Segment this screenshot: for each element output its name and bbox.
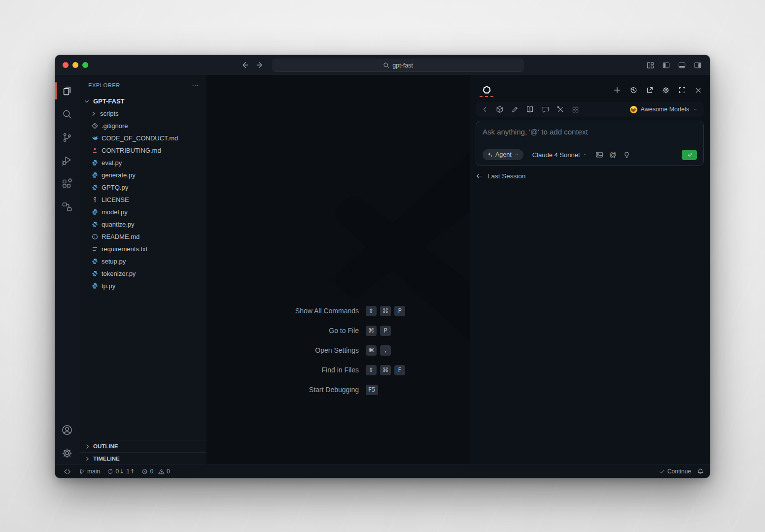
tree-item-license[interactable]: LICENSE: [79, 194, 207, 206]
branch-icon: [79, 468, 85, 475]
tree-item-requirements[interactable]: requirements.txt: [79, 243, 207, 255]
key-cmd: ⌘: [366, 345, 377, 356]
tree-item-code-of-conduct[interactable]: CODE_OF_CONDUCT.md: [79, 132, 207, 144]
command-center-search[interactable]: gpt-fast: [273, 59, 523, 72]
back-chevron-icon[interactable]: [482, 106, 488, 113]
tree-item-scripts[interactable]: scripts: [79, 107, 207, 120]
key-p: P: [380, 326, 391, 336]
tree-root-folder[interactable]: GPT-FAST: [79, 95, 207, 107]
tree-item-gitignore[interactable]: .gitignore: [79, 120, 207, 132]
sidebar-item-run-debug[interactable]: [55, 149, 79, 172]
conduct-icon: [91, 135, 99, 141]
key-f5: F5: [366, 385, 378, 395]
chevron-right-icon: [90, 110, 97, 117]
image-attach-icon[interactable]: [595, 151, 603, 159]
explorer-icon: [62, 86, 72, 97]
close-icon[interactable]: [695, 87, 702, 94]
editor-area: Show All Commands ⇧⌘P Go to File ⌘P Open…: [207, 75, 470, 465]
zoom-window-button[interactable]: [82, 62, 88, 68]
sync-status[interactable]: 0↓ 1↑: [107, 468, 135, 475]
tree-item-tp-py[interactable]: tp.py: [79, 280, 207, 292]
sidebar-item-search[interactable]: [55, 102, 79, 126]
window-controls: [63, 62, 88, 68]
continue-tab[interactable]: [480, 86, 493, 98]
git-branch-status[interactable]: main: [79, 468, 100, 475]
tree-item-eval-py[interactable]: eval.py: [79, 157, 207, 169]
remote-indicator[interactable]: [55, 468, 79, 475]
text-lines-icon: [91, 246, 99, 252]
toggle-secondary-sidebar-icon[interactable]: [694, 61, 702, 69]
sync-icon: [107, 468, 113, 475]
customize-layout-icon[interactable]: [646, 61, 655, 69]
tree-item-gptq-py[interactable]: GPTQ.py: [79, 181, 207, 194]
toggle-panel-icon[interactable]: [678, 61, 686, 69]
git-icon: [91, 123, 99, 129]
cube-icon[interactable]: [496, 105, 504, 113]
tree-item-readme[interactable]: README.md: [79, 231, 207, 243]
activity-bar: [55, 75, 79, 465]
outline-section-header[interactable]: OUTLINE: [79, 440, 207, 452]
sidebar-item-explorer[interactable]: [55, 79, 79, 102]
notifications-bell-icon[interactable]: [697, 468, 704, 475]
model-menu-selector[interactable]: Awesome Models: [630, 106, 698, 113]
model-selector[interactable]: Claude 4 Sonnet: [532, 151, 588, 159]
key-cmd: ⌘: [380, 306, 391, 316]
python-icon: [91, 283, 99, 289]
tools-icon[interactable]: [556, 105, 564, 113]
sidebar-item-extensions[interactable]: [55, 172, 79, 195]
chat-bubble-icon[interactable]: [541, 105, 549, 113]
tree-item-contributing[interactable]: CONTRIBUTING.md: [79, 144, 207, 157]
close-window-button[interactable]: [63, 62, 69, 68]
tree-item-setup-py[interactable]: setup.py: [79, 255, 207, 267]
sparkle-icon: [487, 152, 493, 158]
sidebar-item-source-control[interactable]: [55, 126, 79, 149]
warning-count: 0: [167, 468, 170, 475]
shortcut-row: Find in Files ⇧⌘F: [207, 363, 470, 377]
lightbulb-icon[interactable]: [623, 151, 630, 159]
key-f: F: [394, 365, 405, 375]
settings-gear-icon[interactable]: [662, 86, 670, 94]
shortcut-row: Open Settings ⌘,: [207, 343, 470, 357]
titlebar-layout-controls: [646, 55, 702, 75]
remote-icon: [64, 468, 71, 475]
tree-item-tokenizer-py[interactable]: tokenizer.py: [79, 267, 207, 280]
key-p: P: [394, 306, 405, 316]
sidebar-item-remote-explorer[interactable]: [55, 195, 79, 218]
send-button[interactable]: [682, 150, 697, 160]
history-icon[interactable]: [629, 86, 637, 94]
open-external-icon[interactable]: [646, 86, 654, 94]
fullscreen-icon[interactable]: [678, 86, 686, 94]
python-icon: [91, 172, 99, 178]
license-key-icon: [91, 197, 99, 203]
chevron-down-icon: [514, 152, 519, 157]
key-cmd: ⌘: [366, 326, 377, 336]
problems-status[interactable]: 0 0: [141, 468, 170, 475]
new-session-icon[interactable]: [613, 86, 621, 94]
forward-arrow-icon[interactable]: [256, 61, 264, 69]
docs-book-icon[interactable]: [526, 105, 534, 113]
ellipsis-icon[interactable]: [192, 82, 199, 89]
edit-pencil-icon[interactable]: [511, 106, 519, 113]
minimize-window-button[interactable]: [72, 62, 78, 68]
tree-item-model-py[interactable]: model.py: [79, 206, 207, 218]
tree-item-quantize-py[interactable]: quantize.py: [79, 218, 207, 231]
sync-outgoing: 1↑: [126, 468, 135, 475]
toggle-primary-sidebar-icon[interactable]: [662, 61, 670, 69]
arrow-left-icon: [476, 172, 483, 180]
chat-input[interactable]: Ask anything, '@' to add context Agent C…: [476, 121, 704, 166]
timeline-section-header[interactable]: TIMELINE: [79, 452, 207, 465]
chat-input-placeholder: Ask anything, '@' to add context: [483, 128, 697, 136]
python-icon: [91, 184, 99, 191]
mode-selector[interactable]: Agent: [483, 149, 523, 160]
account-button[interactable]: [55, 418, 79, 441]
blocks-icon[interactable]: [572, 106, 579, 113]
at-mention-icon[interactable]: @: [610, 151, 617, 159]
tree-item-generate-py[interactable]: generate.py: [79, 169, 207, 181]
settings-button[interactable]: [55, 441, 79, 465]
python-icon: [91, 221, 99, 228]
continue-status[interactable]: Continue: [659, 468, 691, 475]
back-arrow-icon[interactable]: [241, 61, 248, 69]
last-session-link[interactable]: Last Session: [476, 172, 704, 180]
chevron-down-icon: [693, 107, 698, 112]
search-icon: [383, 62, 389, 68]
